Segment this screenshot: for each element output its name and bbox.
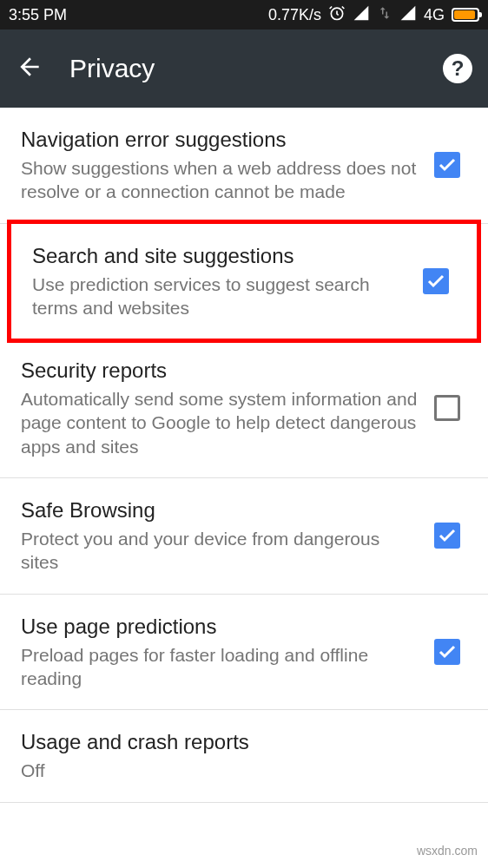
status-bar: 3:55 PM 0.77K/s 4G: [0, 0, 488, 30]
setting-item[interactable]: Usage and crash reportsOff: [0, 710, 488, 802]
checkbox[interactable]: [434, 639, 460, 665]
network-label: 4G: [424, 6, 445, 24]
setting-title: Usage and crash reports: [21, 729, 467, 755]
setting-text: Navigation error suggestionsShow suggest…: [21, 127, 420, 204]
setting-item[interactable]: Search and site suggestionsUse predictio…: [7, 220, 481, 344]
alarm-icon: [328, 4, 346, 26]
checkbox[interactable]: [434, 395, 460, 421]
data-speed: 0.77K/s: [268, 6, 321, 24]
help-icon[interactable]: ?: [443, 54, 472, 83]
setting-title: Navigation error suggestions: [21, 127, 420, 153]
setting-text: Usage and crash reportsOff: [21, 729, 467, 782]
setting-text: Use page predictionsPreload pages for fa…: [21, 614, 420, 691]
status-time: 3:55 PM: [9, 6, 67, 24]
setting-title: Security reports: [21, 358, 420, 384]
data-arrows-icon: [377, 5, 392, 25]
app-bar: Privacy ?: [0, 30, 488, 108]
checkbox[interactable]: [434, 523, 460, 549]
setting-item[interactable]: Navigation error suggestionsShow suggest…: [0, 108, 488, 224]
back-arrow-icon[interactable]: [16, 53, 43, 84]
checkbox[interactable]: [434, 152, 460, 178]
battery-icon: [452, 8, 479, 22]
signal-icon: [353, 4, 370, 26]
setting-desc: Protect you and your device from dangero…: [21, 527, 420, 575]
setting-text: Search and site suggestionsUse predictio…: [32, 243, 409, 320]
page-title: Privacy: [69, 54, 155, 83]
setting-item[interactable]: Security reportsAutomatically send some …: [0, 339, 488, 478]
setting-title: Use page predictions: [21, 614, 420, 640]
setting-title: Search and site suggestions: [32, 243, 409, 269]
setting-desc: Off: [21, 759, 467, 782]
setting-text: Safe BrowsingProtect you and your device…: [21, 497, 420, 575]
status-right: 0.77K/s 4G: [268, 4, 479, 26]
setting-desc: Preload pages for faster loading and off…: [21, 643, 420, 691]
signal-icon-2: [399, 4, 417, 26]
setting-title: Safe Browsing: [21, 497, 420, 523]
setting-item[interactable]: Use page predictionsPreload pages for fa…: [0, 595, 488, 711]
settings-list: Navigation error suggestionsShow suggest…: [0, 108, 488, 803]
setting-desc: Show suggestions when a web address does…: [21, 156, 420, 204]
setting-text: Security reportsAutomatically send some …: [21, 358, 420, 458]
checkbox[interactable]: [423, 268, 449, 294]
setting-item[interactable]: Safe BrowsingProtect you and your device…: [0, 478, 488, 595]
setting-desc: Automatically send some system informati…: [21, 387, 420, 458]
watermark: wsxdn.com: [417, 844, 478, 858]
setting-desc: Use prediction services to suggest searc…: [32, 273, 409, 320]
